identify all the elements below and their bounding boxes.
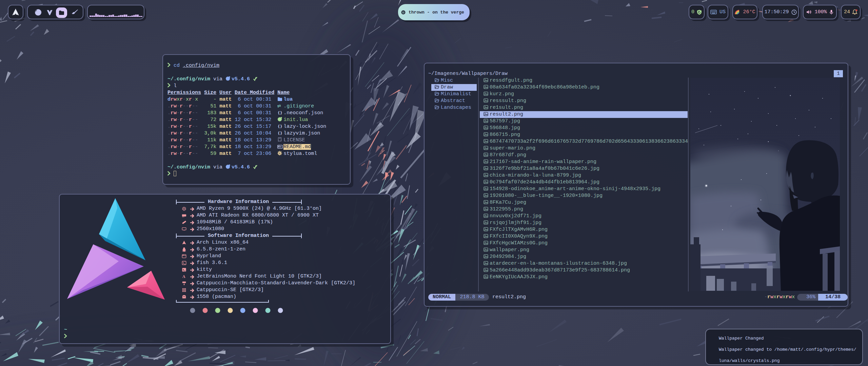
svg-text:{}: {} — [278, 124, 282, 128]
svg-text:{}: {} — [278, 131, 282, 135]
svg-text:A: A — [182, 274, 185, 279]
svg-text:git: git — [277, 104, 281, 107]
svg-text:{}: {} — [278, 111, 282, 115]
